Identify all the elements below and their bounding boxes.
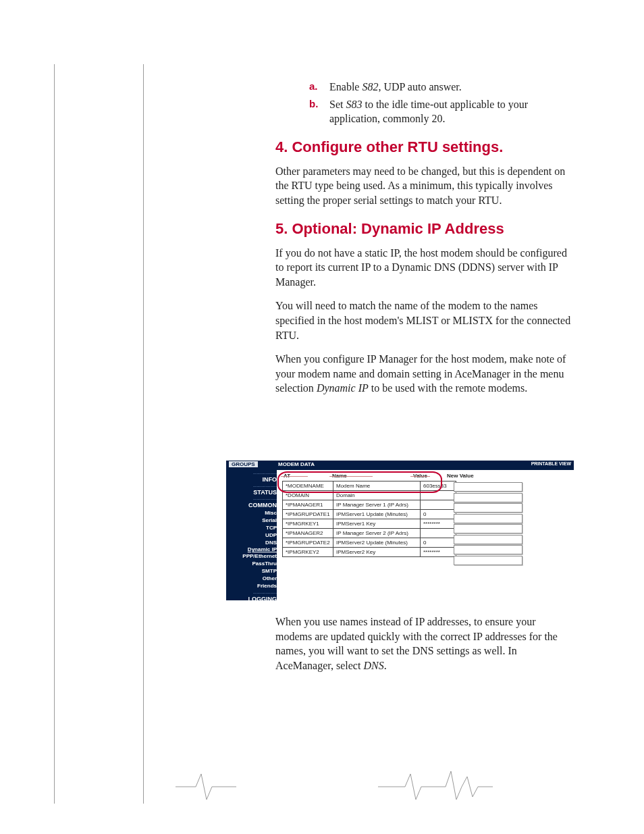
acemanager-screenshot: GROUPS MODEM DATA PRINTABLE VIEW -------… [226, 461, 574, 600]
substep-marker: a. [309, 80, 318, 93]
modem-data-label: MODEM DATA [278, 461, 315, 467]
cell-value: 0 [421, 510, 456, 519]
sidebar-item-misc[interactable]: Misc [226, 509, 277, 517]
substep-b: b. Set S83 to the idle time-out applicab… [309, 97, 572, 126]
groups-tab[interactable]: GROUPS [229, 461, 258, 467]
col-at: AT [284, 473, 332, 479]
new-value-input[interactable] [454, 503, 522, 513]
new-value-input[interactable] [454, 535, 522, 544]
cell-name: IPMServer1 Update (Minutes) [333, 510, 421, 519]
cell-at: *IPMANAGER1 [283, 500, 333, 510]
cell-at: *IPMGRKEY2 [283, 548, 333, 557]
cell-value: 0 [421, 538, 456, 548]
sidebar-item-tcp[interactable]: TCP [226, 524, 277, 531]
sidebar-item-udp[interactable]: UDP [226, 531, 277, 539]
new-value-input[interactable] [454, 524, 522, 533]
sidebar-item-serial[interactable]: Serial [226, 517, 277, 524]
cell-value [421, 529, 456, 538]
col-newvalue: New Value [447, 473, 501, 479]
table-row: *IPMGRUPDATE2IPMServer2 Update (Minutes)… [283, 538, 456, 548]
sidebar-item-status[interactable]: STATUS [226, 489, 277, 496]
section4-p1: Other parameters may need to be changed,… [275, 164, 572, 208]
cell-name: Modem Name [333, 481, 421, 491]
new-value-input[interactable] [454, 556, 522, 565]
table-row: *IPMANAGER1IP Manager Server 1 (IP Adrs) [283, 500, 456, 510]
cell-at: *DOMAIN [283, 491, 333, 500]
sidebar-item-passthru[interactable]: PassThru [226, 560, 277, 567]
col-value: Value [413, 473, 447, 479]
new-value-input[interactable] [454, 482, 522, 492]
cell-value [421, 491, 456, 500]
section4-title: 4. Configure other RTU settings. [275, 138, 572, 156]
cell-at: *IPMGRKEY1 [283, 519, 333, 529]
sidebar-item-logging[interactable]: LOGGING [226, 596, 277, 602]
cell-at: *IPMANAGER2 [283, 529, 333, 538]
cell-name: IP Manager Server 1 (IP Adrs) [333, 500, 421, 510]
section5-p4: When you use names instead of IP address… [275, 615, 572, 673]
table-row: *MODEMNAMEModem Name603ess33 [283, 481, 456, 491]
table-row: *IPMGRKEY1IPMServer1 Key******** [283, 519, 456, 529]
substep-marker: b. [309, 97, 318, 111]
decor-squiggle-right [378, 770, 493, 804]
printable-view-link[interactable]: PRINTABLE VIEW [531, 461, 571, 466]
section5-title: 5. Optional: Dynamic IP Address [275, 220, 572, 238]
section5-p3: When you configure IP Manager for the ho… [275, 352, 572, 396]
sidebar-item-dynamic-ip[interactable]: Dynamic IP [226, 546, 277, 552]
substep-text: Enable S82, UDP auto answer. [329, 81, 462, 93]
cell-value: ******** [421, 548, 456, 557]
sidebar-item-other[interactable]: Other [226, 575, 277, 582]
sidebar-item-ppp[interactable]: PPP/Ethernet [226, 552, 277, 560]
cell-at: *MODEMNAME [283, 481, 333, 491]
table-row: *IPMGRUPDATE1IPMServer1 Update (Minutes)… [283, 510, 456, 519]
sidebar-item-dns[interactable]: DNS [226, 539, 277, 546]
cell-name: Domain [333, 491, 421, 500]
table-row: *IPMANAGER2IP Manager Server 2 (IP Adrs) [283, 529, 456, 538]
new-value-input[interactable] [454, 514, 522, 523]
sidebar-item-smtp[interactable]: SMTP [226, 567, 277, 575]
cell-name: IPMServer2 Update (Minutes) [333, 538, 421, 548]
table-header: AT Name Value New Value [284, 473, 570, 479]
sidebar-item-info[interactable]: INFO [226, 476, 277, 483]
substep-a: a. Enable S82, UDP auto answer. [309, 80, 572, 95]
cell-name: IP Manager Server 2 (IP Adrs) [333, 529, 421, 538]
cell-name: IPMServer1 Key [333, 519, 421, 529]
cell-name: IPMServer2 Key [333, 548, 421, 557]
section5-p1: If you do not have a static IP, the host… [275, 246, 572, 290]
config-table: *MODEMNAMEModem Name603ess33*DOMAINDomai… [282, 481, 456, 557]
cell-value: 603ess33 [421, 481, 456, 491]
sidebar: --------------- INFO --------------- STA… [226, 470, 279, 600]
table-row: *IPMGRKEY2IPMServer2 Key******** [283, 548, 456, 557]
decor-squiggle-left [176, 770, 236, 804]
sidebar-item-friends[interactable]: Friends [226, 582, 277, 590]
col-name: Name [332, 473, 413, 479]
new-value-input[interactable] [454, 545, 522, 554]
cell-value [421, 500, 456, 510]
cell-at: *IPMGRUPDATE2 [283, 538, 333, 548]
sidebar-item-common[interactable]: COMMON [226, 502, 277, 509]
table-row: *DOMAINDomain [283, 491, 456, 500]
substeps-list: a. Enable S82, UDP auto answer. b. Set S… [309, 80, 572, 126]
margin-rule-mid [143, 64, 144, 804]
cell-value: ******** [421, 519, 456, 529]
substep-text: Set S83 to the idle time-out applicable … [329, 99, 528, 125]
margin-rule-left [54, 64, 55, 804]
section5-p2: You will need to match the name of the m… [275, 298, 572, 342]
cell-at: *IPMGRUPDATE1 [283, 510, 333, 519]
new-value-input[interactable] [454, 493, 522, 502]
